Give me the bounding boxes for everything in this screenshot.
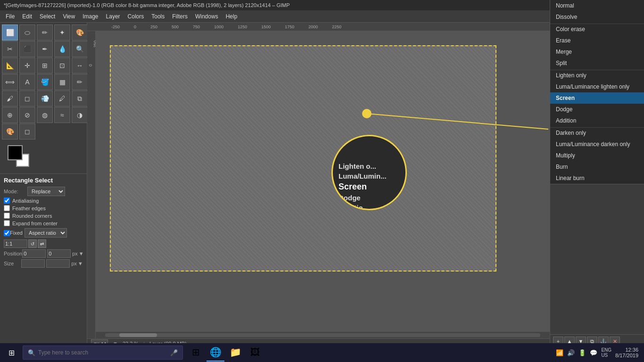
ruler-mark: 500 [172,25,179,29]
mode-color-erase[interactable]: Color erase [550,24,644,35]
network-icon[interactable]: 📶 [556,349,563,356]
color-swatches [4,145,83,170]
reset-aspect-btn[interactable]: ↺ [28,239,37,248]
rounded-corners-checkbox[interactable] [4,213,10,219]
vertical-ruler: 0250500 [87,31,96,338]
paths-tool[interactable]: ✒ [37,41,53,57]
mode-screen[interactable]: Screen [550,92,644,104]
menu-help[interactable]: Help [222,12,241,21]
fixed-checkbox[interactable] [4,230,10,236]
microphone-icon[interactable]: 🎤 [170,349,178,356]
search-bar[interactable]: 🔍 🎤 [23,346,183,360]
crop-tool[interactable]: ⊡ [54,58,70,74]
mode-lighten-only[interactable]: Lighten only [550,70,644,81]
tool-mode-select[interactable]: Replace [27,187,65,196]
text-tool[interactable]: A [19,74,35,90]
mode-multiply[interactable]: Multiply [550,150,644,161]
feather-edges-checkbox[interactable] [4,205,10,211]
blend-tool[interactable]: ▦ [54,74,70,90]
tool-icons: ⬜ ⬭ ✏ ✦ 🎨 ✂ ⬛ ✒ 💧 🔍 📐 ✛ ⊞ ⊡ ↔ ⟺ A 🪣 ▦ ✏ … [0,23,87,141]
canvas-texture [111,46,495,271]
eraser-tool[interactable]: ◻ [19,90,35,107]
transform-tool[interactable]: ↔ [72,58,88,74]
volume-icon[interactable]: 🔊 [567,349,575,356]
foreground-color[interactable]: 🎨 [2,123,18,140]
perspective-clone-tool[interactable]: ⊘ [19,107,35,123]
ellipse-select-tool[interactable]: ⬭ [19,25,35,41]
bucket-fill-tool[interactable]: 🪣 [37,74,53,90]
menu-view[interactable]: View [59,12,79,21]
swap-aspect-btn[interactable]: ⇄ [38,239,46,248]
mode-normal[interactable]: Normal [550,0,644,11]
foreground-color-swatch[interactable] [8,145,23,160]
align-tool[interactable]: ⊞ [37,58,53,74]
ruler-mark: 0 [134,25,136,29]
taskbar-app-windows[interactable]: ⊞ [187,344,205,362]
menu-select[interactable]: Select [36,12,59,21]
flip-tool[interactable]: ⟺ [2,74,18,90]
airbrush-tool[interactable]: 💨 [37,90,53,107]
notification-icon[interactable]: 💬 [590,349,597,356]
menu-colors[interactable]: Colors [124,12,148,21]
mode-merge[interactable]: Merge [550,46,644,58]
measure-tool[interactable]: 📐 [2,58,18,74]
battery-icon[interactable]: 🔋 [578,349,586,356]
fixed-type-select[interactable]: Aspect ratio [25,228,67,238]
mode-luma-darken[interactable]: Luma/Luminance darken only [550,139,644,150]
antialiasing-option: Antialiasing [4,197,83,204]
blur-sharpen-tool[interactable]: ◍ [37,107,53,123]
mode-luma-lighten[interactable]: Luma/Luminance lighten only [550,81,644,92]
antialiasing-checkbox[interactable] [4,197,10,204]
size-x-input[interactable] [21,259,45,268]
mode-addition[interactable]: Addition [550,115,644,126]
taskbar-app-files[interactable]: 📁 [226,344,244,362]
position-x-input[interactable] [22,249,46,258]
dodge-burn-tool[interactable]: ◑ [72,107,88,123]
move-tool[interactable]: ✛ [19,58,35,74]
mode-split[interactable]: Split [550,58,644,69]
mode-dodge[interactable]: Dodge [550,104,644,115]
free-select-tool[interactable]: ✏ [37,25,53,41]
zoom-tool[interactable]: 🔍 [72,41,88,57]
color-picker-tool[interactable]: 💧 [54,41,70,57]
position-y-input[interactable] [47,249,71,258]
mode-dissolve[interactable]: Dissolve [550,11,644,23]
fuzzy-select-tool[interactable]: ✦ [54,25,70,41]
position-unit: px [72,251,78,256]
size-y-input[interactable] [46,259,70,268]
menu-tools[interactable]: Tools [148,12,168,21]
ink-tool[interactable]: 🖊 [54,90,70,107]
foreground-select-tool[interactable]: ⬛ [19,41,35,57]
system-clock[interactable]: 12:36 8/17/2019 [615,347,638,358]
horizontal-scrollbar[interactable] [96,332,550,338]
menu-layer[interactable]: Layer [102,12,124,21]
menu-filters[interactable]: Filters [168,12,191,21]
mode-linear-burn[interactable]: Linear burn [550,173,644,184]
start-button[interactable]: ⊞ [2,344,21,362]
expand-from-center-checkbox[interactable] [4,220,10,226]
taskbar-app-gimp[interactable]: 🖼 [246,344,264,362]
menu-windows[interactable]: Windows [191,12,222,21]
menu-file[interactable]: File [2,12,18,21]
scissors-tool[interactable]: ✂ [2,41,18,57]
clone-tool[interactable]: ⧉ [72,90,88,107]
select-by-color-tool[interactable]: 🎨 [72,25,88,41]
rectangle-select-tool[interactable]: ⬜ [2,25,18,41]
smudge-tool[interactable]: ≈ [54,107,70,123]
canvas-image[interactable] [110,45,496,272]
size-label: Size [4,261,21,266]
background-color[interactable]: ◻ [19,123,35,140]
scroll-thumb[interactable] [119,333,157,337]
taskbar-app-browser[interactable]: 🌐 [206,344,224,362]
heal-tool[interactable]: ⊕ [2,107,18,123]
mode-darken-only[interactable]: Darken only [550,127,644,139]
search-input[interactable] [38,349,167,356]
pencil-tool[interactable]: ✏ [72,74,88,90]
menu-image[interactable]: Image [79,12,102,21]
canvas-container[interactable]: Lighten o... Luma/Lumin... Screen Dodge … [96,31,550,338]
mode-burn[interactable]: Burn [550,161,644,173]
paintbrush-tool[interactable]: 🖌 [2,90,18,107]
menu-edit[interactable]: Edit [18,12,36,21]
mode-erase[interactable]: Erase [550,35,644,46]
aspect-ratio-input[interactable] [4,239,27,248]
